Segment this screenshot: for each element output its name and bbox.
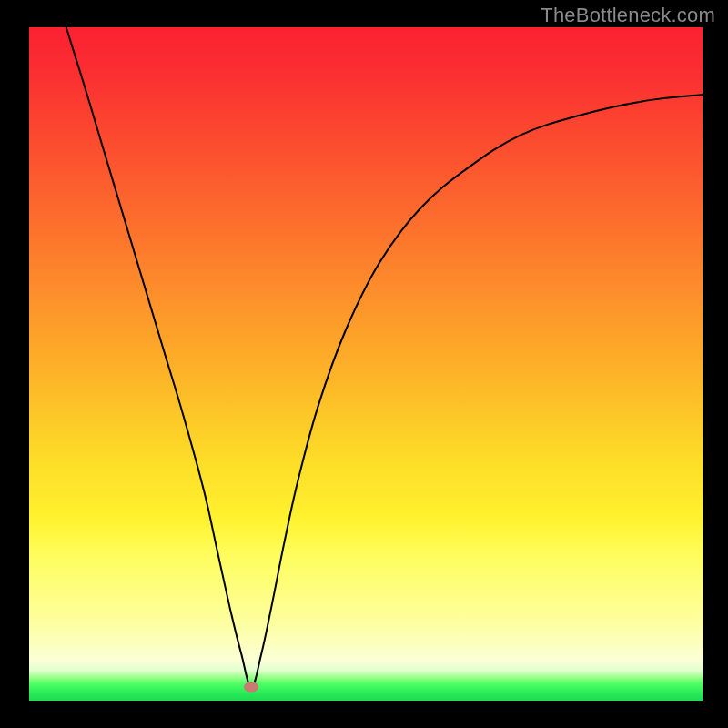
plot-area [29, 27, 703, 701]
watermark-text: TheBottleneck.com [541, 4, 715, 27]
optimum-marker [244, 682, 258, 693]
chart-frame: TheBottleneck.com [0, 0, 728, 728]
bottleneck-curve [29, 27, 703, 701]
